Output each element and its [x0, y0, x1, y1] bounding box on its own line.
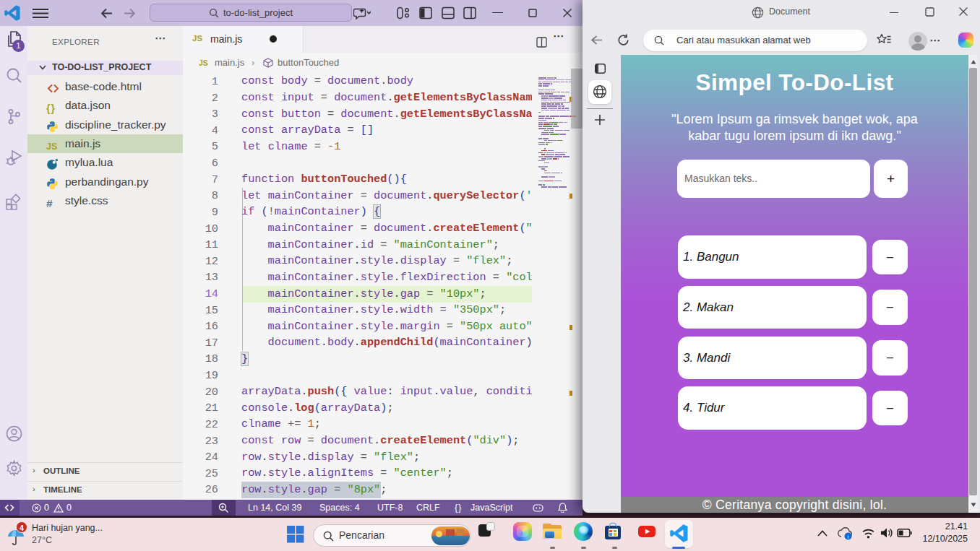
svg-text:i: i: [848, 534, 849, 540]
